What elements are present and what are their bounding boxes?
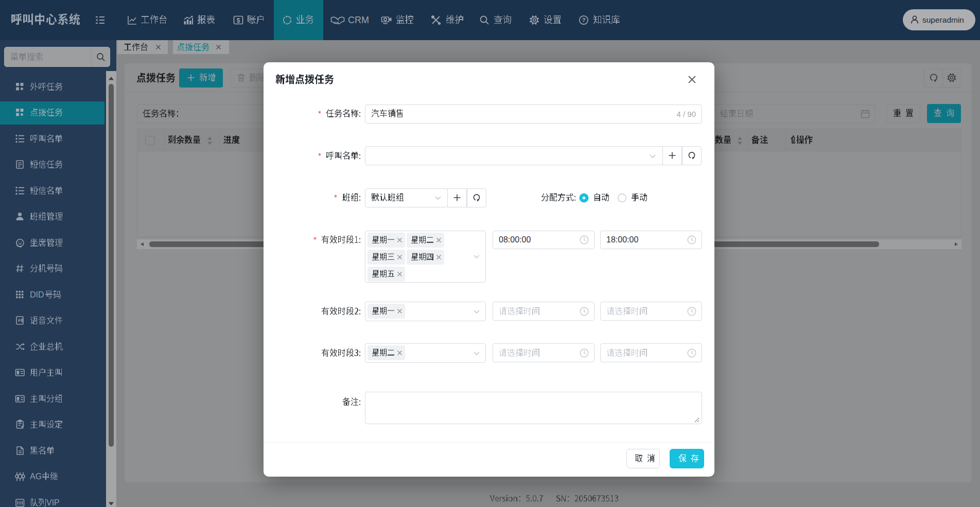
svg-text:?: ? bbox=[582, 17, 585, 23]
svg-text:$: $ bbox=[237, 17, 240, 24]
